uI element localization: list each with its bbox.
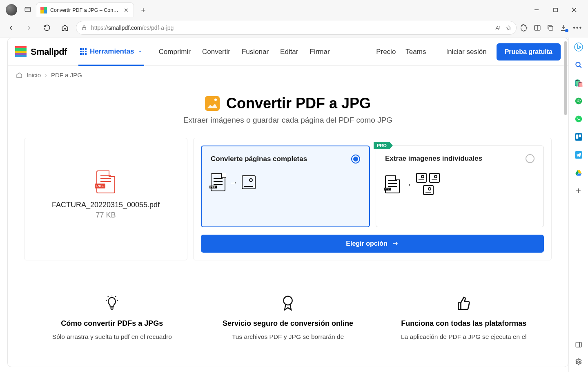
browser-chrome: Convertir PDF a JPG – Convier ✕ ＋ https:…	[0, 0, 588, 38]
settings-sidebar-icon[interactable]	[574, 357, 583, 366]
site-header: Smallpdf Herramientas Comprimir Converti…	[8, 38, 568, 66]
whatsapp-icon[interactable]	[574, 114, 583, 123]
svg-point-13	[575, 116, 582, 123]
svg-rect-15	[576, 134, 578, 139]
page-subtitle: Extraer imágenes o guardar cada página d…	[16, 116, 560, 125]
breadcrumb-current: PDF a JPG	[51, 72, 82, 78]
refresh-button[interactable]	[40, 21, 54, 35]
arrow-right-icon	[392, 240, 399, 247]
nav-sign[interactable]: Firmar	[310, 48, 330, 56]
search-sidebar-icon[interactable]	[574, 61, 583, 69]
tab-title: Convertir PDF a JPG – Convier	[50, 7, 120, 13]
nav-merge[interactable]: Fusionar	[242, 48, 269, 56]
window-controls	[529, 4, 585, 16]
logo-icon	[15, 46, 27, 58]
main-row: PDF FACTURA_20220315_00055.pdf 77 KB Con…	[8, 130, 568, 269]
file-card: PDF FACTURA_20220315_00055.pdf 77 KB	[24, 138, 187, 260]
shopping-icon[interactable]: 🛍️	[574, 78, 583, 87]
collections-icon[interactable]	[547, 24, 554, 31]
spotify-icon[interactable]	[574, 96, 583, 105]
options-panel: Convierte páginas completas PDF → PRO Ex…	[193, 138, 552, 260]
feature-body-a: Sólo arrastra y suelta tu pdf en el recu…	[32, 332, 192, 341]
more-icon[interactable]: •••	[573, 24, 582, 31]
illustration-extract: PDF →	[385, 173, 535, 196]
feature-title-b: Servicio seguro de conversión online	[208, 319, 368, 328]
breadcrumb-home[interactable]: Inicio	[27, 72, 41, 78]
radio-extract-images[interactable]	[526, 154, 535, 163]
tab-close-icon[interactable]: ✕	[123, 6, 129, 14]
hero-icon	[205, 96, 220, 111]
chevron-down-icon	[138, 49, 143, 54]
split-screen-icon[interactable]	[534, 24, 541, 31]
arrow-right-icon: →	[229, 178, 238, 187]
favorite-icon[interactable]: ✩	[506, 24, 511, 32]
maximize-button[interactable]	[548, 4, 563, 16]
tab-strip: Convertir PDF a JPG – Convier ✕ ＋	[0, 0, 588, 18]
extensions-icon[interactable]	[521, 24, 528, 31]
nav-links: Comprimir Convertir Fusionar Editar Firm…	[159, 48, 330, 56]
forward-button	[22, 21, 36, 35]
illustration-convert: PDF →	[211, 173, 360, 191]
nav-signin[interactable]: Iniciar sesión	[446, 48, 486, 56]
read-aloud-icon[interactable]: A⁾	[496, 25, 501, 31]
nav-edit[interactable]: Editar	[280, 48, 298, 56]
svg-rect-14	[575, 133, 582, 141]
workspaces-icon[interactable]	[22, 4, 33, 16]
feature-howto: Cómo convertir PDFs a JPGs Sólo arrastra…	[32, 293, 192, 341]
profile-avatar[interactable]	[6, 4, 17, 16]
svg-line-11	[579, 66, 581, 68]
option-convert-pages[interactable]: Convierte páginas completas PDF →	[201, 146, 370, 227]
nav-convert[interactable]: Convertir	[202, 48, 230, 56]
svg-point-10	[576, 62, 580, 67]
bing-icon[interactable]	[574, 43, 583, 52]
url-text: https://smallpdf.com/es/pdf-a-jpg	[91, 25, 174, 31]
pdf-file-icon: PDF	[96, 170, 115, 193]
url-input[interactable]: https://smallpdf.com/es/pdf-a-jpg A⁾ ✩	[76, 21, 517, 35]
home-icon	[16, 72, 22, 78]
address-bar: https://smallpdf.com/es/pdf-a-jpg A⁾ ✩ •…	[0, 18, 588, 38]
scrollbar[interactable]	[563, 41, 567, 363]
nav-price[interactable]: Precio	[376, 48, 396, 56]
feature-platforms: Funciona con todas las plataformas La ap…	[384, 293, 543, 341]
radio-convert-pages[interactable]	[351, 155, 360, 164]
feature-title-a: Cómo convertir PDFs a JPGs	[32, 319, 192, 328]
back-button[interactable]	[4, 21, 18, 35]
page-title: Convertir PDF a JPG	[226, 95, 371, 112]
grid-icon	[80, 48, 87, 55]
option-extract-images[interactable]: PRO Extrae imagenes individuales PDF →	[376, 146, 544, 227]
nav-teams[interactable]: Teams	[405, 48, 426, 56]
home-button[interactable]	[58, 21, 72, 35]
arrow-right-icon: →	[404, 180, 412, 189]
trial-button[interactable]: Prueba gratuita	[497, 43, 561, 61]
new-tab-button[interactable]: ＋	[136, 3, 150, 16]
ribbon-icon	[208, 293, 368, 314]
tab-favicon-icon	[40, 7, 47, 13]
file-size: 77 KB	[96, 211, 116, 220]
feature-title-c: Funciona con todas las plataformas	[384, 319, 543, 328]
drive-icon[interactable]	[574, 168, 583, 177]
features-row: Cómo convertir PDFs a JPGs Sólo arrastra…	[8, 269, 568, 341]
downloads-icon[interactable]	[560, 24, 567, 31]
telegram-icon[interactable]	[574, 150, 583, 159]
page-viewport: Smallpdf Herramientas Comprimir Converti…	[7, 38, 568, 367]
choose-option-button[interactable]: Elegir opción	[201, 235, 544, 253]
minimize-button[interactable]	[529, 4, 544, 16]
hide-sidebar-icon[interactable]	[574, 340, 583, 349]
thumbs-up-icon	[384, 293, 543, 314]
svg-point-9	[574, 43, 582, 51]
nav-right: Precio Teams Iniciar sesión Prueba gratu…	[376, 43, 561, 61]
brand-logo[interactable]: Smallpdf	[15, 46, 67, 58]
brand-name: Smallpdf	[31, 47, 67, 57]
option-title-convert: Convierte páginas completas	[211, 155, 307, 163]
nav-compress[interactable]: Comprimir	[159, 48, 191, 56]
add-sidebar-icon[interactable]: +	[574, 186, 583, 195]
tools-dropdown[interactable]: Herramientas	[78, 38, 144, 66]
trello-icon[interactable]	[574, 132, 583, 141]
svg-rect-0	[25, 7, 31, 12]
close-window-button[interactable]	[567, 4, 581, 16]
breadcrumb-sep: ›	[45, 72, 47, 78]
svg-point-21	[283, 296, 292, 305]
svg-point-20	[577, 361, 579, 363]
svg-rect-18	[576, 342, 581, 347]
browser-tab[interactable]: Convertir PDF a JPG – Convier ✕	[36, 2, 134, 17]
